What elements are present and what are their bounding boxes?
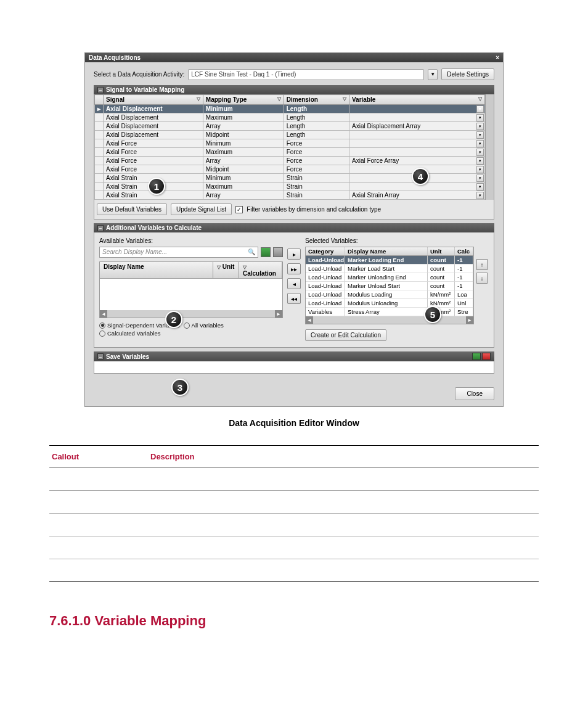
signal-mapping-table[interactable]: Signal▽ Mapping Type▽ Dimension▽ Variabl… xyxy=(94,94,485,200)
signal-mapping-title: Signal to Variable Mapping xyxy=(106,86,184,93)
radio-all-label: All Variables xyxy=(192,322,224,329)
table-row[interactable]: Axial StrainArrayStrain Axial Strain Arr… xyxy=(95,191,485,200)
table-row[interactable]: Axial DisplacementArrayLength Axial Disp… xyxy=(95,122,485,131)
activity-dropdown-icon[interactable]: ▼ xyxy=(428,69,438,80)
clear-filter-button[interactable] xyxy=(273,247,283,257)
create-edit-calculation-button[interactable]: Create or Edit Calculation xyxy=(305,329,386,341)
move-left-button[interactable]: ◂ xyxy=(287,278,301,289)
col-display-name: Display Name xyxy=(100,262,213,278)
selected-grid[interactable]: Category Display Name Unit Calc Load-Unl… xyxy=(305,247,474,324)
search-placeholder: Search Display Name... xyxy=(102,248,167,255)
save-variables-body xyxy=(94,361,494,374)
list-item[interactable]: Load-UnloadModulus LoadingkN/mm²Loa xyxy=(306,290,473,299)
available-grid[interactable]: Display Name ▽ Unit ▽ Calculation ◄► xyxy=(99,261,283,318)
collapse-icon[interactable]: – xyxy=(97,225,104,231)
reorder-buttons: ↑ ↓ xyxy=(476,247,489,324)
list-item[interactable]: Load-UnloadMarker Unloading Endcount-1 xyxy=(306,273,473,282)
search-input[interactable]: Search Display Name... 🔍 xyxy=(99,247,258,258)
col-callout: Callout xyxy=(49,446,148,468)
delete-settings-button[interactable]: Delete Settings xyxy=(441,68,494,80)
list-item[interactable]: VariablesStress ArraykN/mm²Stre xyxy=(306,308,473,316)
filter-icon[interactable]: ▽ xyxy=(277,96,281,102)
data-acquisition-window: Data Acquisitions × Select a Data Acquis… xyxy=(84,52,504,407)
chevron-down-icon[interactable]: ▾ xyxy=(476,140,484,147)
chevron-down-icon[interactable]: ▾ xyxy=(476,105,484,113)
chevron-down-icon[interactable]: ▾ xyxy=(476,175,484,182)
close-icon[interactable]: × xyxy=(496,54,499,61)
list-item[interactable]: Load-UnloadMarker Load Startcount-1 xyxy=(306,265,473,273)
col-description: Description xyxy=(148,446,539,468)
radio-signal-dependent[interactable] xyxy=(99,322,105,329)
col-unit: Unit xyxy=(428,247,455,256)
radio-calculated-variables[interactable] xyxy=(99,331,105,337)
chevron-down-icon[interactable]: ▾ xyxy=(476,157,484,165)
remove-save-variable-button[interactable] xyxy=(482,353,491,360)
filter-icon[interactable]: ▽ xyxy=(197,96,200,102)
titlebar: Data Acquisitions × xyxy=(85,53,503,62)
col-signal: Signal▽ xyxy=(104,95,203,105)
col-display-name: Display Name xyxy=(345,247,428,256)
table-row[interactable]: Axial ForceMidpointForce ▾ xyxy=(95,165,485,174)
table-row[interactable]: Axial StrainMaximumStrain ▾ xyxy=(95,183,485,191)
additional-variables-panel: – Additional Variables to Calculate Avai… xyxy=(94,223,494,348)
signal-mapping-header[interactable]: – Signal to Variable Mapping xyxy=(94,85,494,94)
col-calc: Calc xyxy=(455,247,473,256)
chevron-down-icon[interactable]: ▾ xyxy=(476,114,484,121)
table-row[interactable]: Axial ForceArrayForce Axial Force Array▾ xyxy=(95,157,485,165)
table-row[interactable]: Axial StrainMinimumStrain ▾ xyxy=(95,174,485,183)
update-signal-list-button[interactable]: Update Signal List xyxy=(171,203,232,215)
filter-icon[interactable]: ▽ xyxy=(478,96,482,102)
additional-variables-header[interactable]: – Additional Variables to Calculate xyxy=(94,223,494,232)
chevron-down-icon[interactable]: ▾ xyxy=(476,183,484,191)
table-row[interactable]: Axial DisplacementMidpointLength ▾ xyxy=(95,131,485,139)
table-row[interactable]: Axial DisplacementMaximumLength ▾ xyxy=(95,113,485,122)
horizontal-scrollbar[interactable]: ◄► xyxy=(306,316,473,324)
activity-value: LCF Sine Strain Test - Daq 1 - (Timed) xyxy=(191,71,296,78)
collapse-icon[interactable]: – xyxy=(97,353,104,359)
available-variables-pane: Available Variables: Search Display Name… xyxy=(99,237,283,341)
section-heading: 7.6.1.0 Variable Mapping xyxy=(49,613,539,629)
additional-variables-title: Additional Variables to Calculate xyxy=(106,224,202,231)
chevron-down-icon[interactable]: ▾ xyxy=(476,192,484,199)
signal-mapping-panel: – Signal to Variable Mapping Signal▽ Map… xyxy=(94,85,494,220)
vertical-scrollbar[interactable] xyxy=(485,94,494,200)
chevron-down-icon[interactable]: ▾ xyxy=(476,131,484,139)
filter-checkbox[interactable]: ✓ xyxy=(235,206,243,213)
chevron-down-icon[interactable]: ▾ xyxy=(476,123,484,130)
move-up-button[interactable]: ↑ xyxy=(476,259,488,270)
table-row[interactable]: Axial ForceMaximumForce ▾ xyxy=(95,148,485,157)
activity-toolbar: Select a Data Acquisition Activity: LCF … xyxy=(85,62,503,85)
use-default-variables-button[interactable]: Use Default Variables xyxy=(97,203,167,215)
move-all-right-button[interactable]: ▸▸ xyxy=(287,263,301,274)
filter-icon[interactable]: ▽ xyxy=(343,96,346,102)
collapse-icon[interactable]: – xyxy=(97,87,104,93)
save-variables-panel: – Save Variables xyxy=(94,351,494,374)
window-title: Data Acquisitions xyxy=(89,54,141,61)
move-down-button[interactable]: ↓ xyxy=(476,273,488,284)
radio-all-variables[interactable] xyxy=(184,322,190,329)
list-item[interactable]: Load-UnloadMarker Unload Startcount-1 xyxy=(306,282,473,290)
list-item[interactable]: Load-UnloadModulus UnloadingkN/mm²Unl xyxy=(306,299,473,308)
filter-checkbox-label: Filter variables by dimension and calcul… xyxy=(247,206,381,213)
selected-variables-pane: Selected Variables: Category Display Nam… xyxy=(305,237,489,341)
col-category: Category xyxy=(306,247,345,256)
search-icon[interactable]: 🔍 xyxy=(248,248,255,255)
list-item[interactable]: Load-UnloadMarker Loading Endcount-1 xyxy=(306,256,473,265)
move-right-button[interactable]: ▸ xyxy=(287,248,301,260)
save-variables-header[interactable]: – Save Variables xyxy=(94,351,494,361)
selected-label: Selected Variables: xyxy=(305,237,489,244)
horizontal-scrollbar[interactable]: ◄► xyxy=(100,310,282,318)
activity-select[interactable]: LCF Sine Strain Test - Daq 1 - (Timed) xyxy=(188,69,424,80)
close-button[interactable]: Close xyxy=(455,387,494,400)
figure-caption: Data Acquisition Editor Window xyxy=(49,418,539,428)
chevron-down-icon[interactable]: ▾ xyxy=(476,149,484,156)
table-row[interactable]: ▸ Axial DisplacementMinimumLength ▾ xyxy=(95,105,485,113)
add-filter-button[interactable] xyxy=(261,247,271,257)
col-dim: Dimension▽ xyxy=(284,95,349,105)
table-row[interactable]: Axial ForceMinimumForce ▾ xyxy=(95,139,485,148)
move-buttons: ▸ ▸▸ ◂ ◂◂ xyxy=(287,237,301,341)
callout-description-table: Callout Description xyxy=(49,445,539,582)
add-save-variable-button[interactable] xyxy=(472,353,481,360)
chevron-down-icon[interactable]: ▾ xyxy=(476,166,484,173)
move-all-left-button[interactable]: ◂◂ xyxy=(287,293,301,304)
